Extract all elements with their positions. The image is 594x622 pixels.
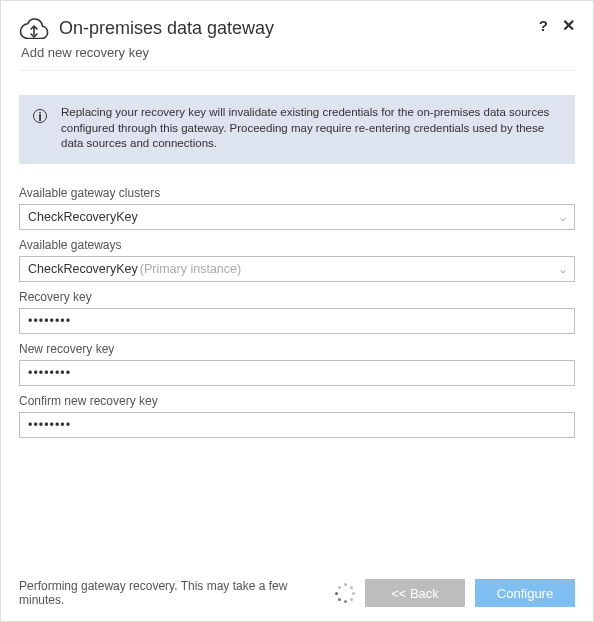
confirm-recovery-key-label: Confirm new recovery key xyxy=(19,394,575,408)
cloud-gateway-icon xyxy=(19,17,49,39)
gateways-select-value: CheckRecoveryKey xyxy=(28,262,138,276)
close-icon[interactable]: ✕ xyxy=(562,16,575,35)
gateways-select[interactable]: CheckRecoveryKey (Primary instance) ⌵ xyxy=(19,256,575,282)
info-banner: i Replacing your recovery key will inval… xyxy=(19,95,575,164)
info-banner-text: Replacing your recovery key will invalid… xyxy=(61,105,561,152)
recovery-key-label: Recovery key xyxy=(19,290,575,304)
help-icon[interactable]: ? xyxy=(539,17,548,34)
new-recovery-key-label: New recovery key xyxy=(19,342,575,356)
clusters-label: Available gateway clusters xyxy=(19,186,575,200)
chevron-down-icon: ⌵ xyxy=(560,263,566,274)
page-subtitle: Add new recovery key xyxy=(21,45,575,60)
info-icon: i xyxy=(33,109,47,123)
window-title: On-premises data gateway xyxy=(59,18,529,39)
back-button[interactable]: << Back xyxy=(365,579,465,607)
chevron-down-icon: ⌵ xyxy=(560,211,566,222)
gateways-select-hint: (Primary instance) xyxy=(140,262,241,276)
gateways-label: Available gateways xyxy=(19,238,575,252)
recovery-key-input[interactable] xyxy=(19,308,575,334)
new-recovery-key-input[interactable] xyxy=(19,360,575,386)
gateway-recovery-window: On-premises data gateway ? ✕ Add new rec… xyxy=(0,0,594,622)
status-text: Performing gateway recovery. This may ta… xyxy=(19,579,325,607)
footer: Performing gateway recovery. This may ta… xyxy=(19,579,575,607)
loading-spinner-icon xyxy=(335,583,355,603)
clusters-select-value: CheckRecoveryKey xyxy=(28,210,138,224)
configure-button[interactable]: Configure xyxy=(475,579,575,607)
confirm-recovery-key-input[interactable] xyxy=(19,412,575,438)
divider xyxy=(19,70,575,71)
clusters-select[interactable]: CheckRecoveryKey ⌵ xyxy=(19,204,575,230)
titlebar: On-premises data gateway ? ✕ xyxy=(19,17,575,39)
